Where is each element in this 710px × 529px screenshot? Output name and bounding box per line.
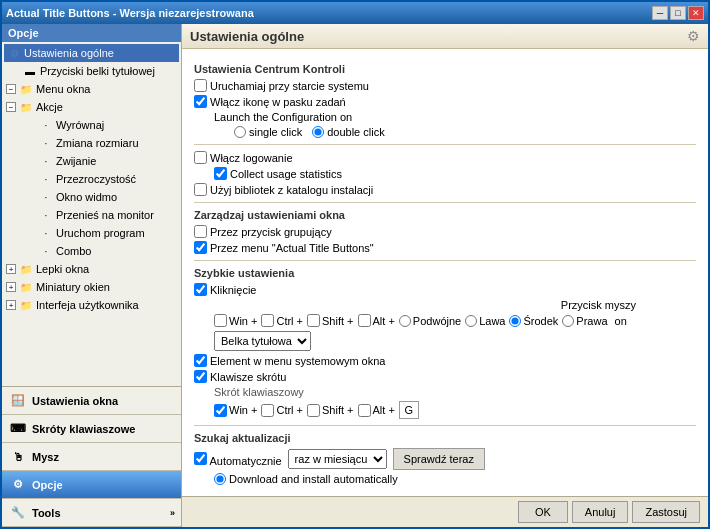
anuluj-button[interactable]: Anuluj <box>572 501 629 523</box>
ctrl-mouse-label[interactable]: Ctrl + <box>261 314 303 327</box>
shift-mouse-checkbox[interactable] <box>307 314 320 327</box>
przez-menu-checkbox[interactable] <box>194 241 207 254</box>
alt-key-checkbox[interactable] <box>358 404 371 417</box>
collect-usage-label[interactable]: Collect usage statistics <box>214 167 342 180</box>
ok-button[interactable]: OK <box>518 501 568 523</box>
nav-item-opcje[interactable]: ⚙ Opcje <box>2 471 181 499</box>
uruchamiaj-label[interactable]: Uruchamiaj przy starcie systemu <box>194 79 369 92</box>
ctrl-key-checkbox[interactable] <box>261 404 274 417</box>
single-click-radio[interactable] <box>234 126 246 138</box>
nav-item-ustawienia-okna[interactable]: 🪟 Ustawienia okna <box>2 387 181 415</box>
tree-item-label: Okno widmo <box>56 191 117 203</box>
prawa-label[interactable]: Prawa <box>562 315 607 327</box>
klikniecie-checkbox[interactable] <box>194 283 207 296</box>
expand-icon[interactable]: + <box>6 264 16 274</box>
nav-item-mysz[interactable]: 🖱 Mysz <box>2 443 181 471</box>
podwojne-label[interactable]: Podwójne <box>399 315 461 327</box>
tree-item-okno-widmo[interactable]: · Okno widmo <box>36 188 179 206</box>
maximize-button[interactable]: □ <box>670 6 686 20</box>
shift-key-checkbox[interactable] <box>307 404 320 417</box>
alt-mouse-checkbox[interactable] <box>358 314 371 327</box>
tree-item-przenos-monitor[interactable]: · Przenieś na monitor <box>36 206 179 224</box>
tree-item-lepki-okna[interactable]: + 📁 Lepki okna <box>4 260 179 278</box>
lawa-label[interactable]: Lawa <box>465 315 505 327</box>
alt-key-label[interactable]: Alt + <box>358 404 395 417</box>
tree-item-wyrownaj[interactable]: · Wyrównaj <box>36 116 179 134</box>
tree-item-przezroczystosc[interactable]: · Przezroczystość <box>36 170 179 188</box>
nav-item-skroty[interactable]: ⌨ Skróty klawiaszowe <box>2 415 181 443</box>
win-key-checkbox[interactable] <box>214 404 227 417</box>
win-mouse-label[interactable]: Win + <box>214 314 257 327</box>
close-button[interactable]: ✕ <box>688 6 704 20</box>
wlacz-logowanie-label[interactable]: Włącz logowanie <box>194 151 293 164</box>
wlacz-logowanie-checkbox[interactable] <box>194 151 207 164</box>
expand-icon[interactable]: − <box>6 102 16 112</box>
tree-item-przyciski-belki[interactable]: ▬ Przyciski belki tytułowej <box>20 62 179 80</box>
minimize-button[interactable]: ─ <box>652 6 668 20</box>
nav-item-tools[interactable]: 🔧 Tools » <box>2 499 181 527</box>
uruchamiaj-checkbox[interactable] <box>194 79 207 92</box>
klawisze-skrotu-label[interactable]: Klawisze skrótu <box>194 370 286 383</box>
nav-item-label: Opcje <box>32 479 63 491</box>
tree-item-combo[interactable]: · Combo <box>36 242 179 260</box>
tree-item-uruchom-program[interactable]: · Uruchom program <box>36 224 179 242</box>
tree-item-ustawienia-ogolne[interactable]: ⚙ Ustawienia ogólne <box>4 44 179 62</box>
ctrl-mouse-checkbox[interactable] <box>261 314 274 327</box>
tree-item-menu-okna[interactable]: − 📁 Menu okna <box>4 80 179 98</box>
tree-item-akcje[interactable]: − 📁 Akcje <box>4 98 179 116</box>
belka-select[interactable]: Belka tytułowa Ikona okna Pasek zadań <box>214 331 311 351</box>
automatycznie-label[interactable]: Automatycznie <box>194 452 282 467</box>
win-mouse-checkbox[interactable] <box>214 314 227 327</box>
klikniecie-label[interactable]: Kliknięcie <box>194 283 256 296</box>
tree-item-label: Przenieś na monitor <box>56 209 154 221</box>
ctrl-key-label[interactable]: Ctrl + <box>261 404 303 417</box>
lawa-radio[interactable] <box>465 315 477 327</box>
expand-icon[interactable]: + <box>6 300 16 310</box>
srodek-label[interactable]: Środek <box>509 315 558 327</box>
freq-select[interactable]: raz w miesiącu co tydzień co dzień <box>288 449 387 469</box>
podwojne-radio[interactable] <box>399 315 411 327</box>
item-icon: · <box>38 225 54 241</box>
right-panel-title: Ustawienia ogólne <box>190 29 304 44</box>
collect-usage-row: Collect usage statistics <box>214 167 696 180</box>
element-menu-label[interactable]: Element w menu systemowym okna <box>194 354 385 367</box>
double-click-radio[interactable] <box>312 126 324 138</box>
key-input[interactable] <box>399 401 419 419</box>
folder-icon: 📁 <box>18 261 34 277</box>
shift-mouse-label[interactable]: Shift + <box>307 314 354 327</box>
przez-przycisk-checkbox[interactable] <box>194 225 207 238</box>
automatycznie-checkbox[interactable] <box>194 452 207 465</box>
przez-menu-label[interactable]: Przez menu "Actual Title Buttons" <box>194 241 374 254</box>
shift-key-label[interactable]: Shift + <box>307 404 354 417</box>
single-click-label[interactable]: single click <box>234 126 302 138</box>
main-window: Actual Title Buttons - Wersja niezarejes… <box>0 0 710 529</box>
download-radio[interactable] <box>214 473 226 485</box>
klawisze-skrotu-checkbox[interactable] <box>194 370 207 383</box>
launch-label: Launch the Configuration on <box>214 111 352 123</box>
prawa-radio[interactable] <box>562 315 574 327</box>
tree-item-zmiana-rozmiaru[interactable]: · Zmiana rozmiaru <box>36 134 179 152</box>
przez-przycisk-label[interactable]: Przez przycisk grupujący <box>194 225 332 238</box>
uzyj-bibliotek-label[interactable]: Użyj bibliotek z katalogu instalacji <box>194 183 373 196</box>
left-panel-header: Opcje <box>2 24 181 42</box>
tree-item-zwijanie[interactable]: · Zwijanie <box>36 152 179 170</box>
win-key-label[interactable]: Win + <box>214 404 257 417</box>
alt-mouse-label[interactable]: Alt + <box>358 314 395 327</box>
double-click-label[interactable]: double click <box>312 126 384 138</box>
centrum-kontroli-label: Ustawienia Centrum Kontroli <box>194 63 696 75</box>
download-label[interactable]: Download and install automatically <box>214 473 398 485</box>
tree-item-interfejs[interactable]: + 📁 Interfeja użytkownika <box>4 296 179 314</box>
expand-icon[interactable]: + <box>6 282 16 292</box>
collect-usage-checkbox[interactable] <box>214 167 227 180</box>
wlacz-ikone-checkbox[interactable] <box>194 95 207 108</box>
uzyj-bibliotek-checkbox[interactable] <box>194 183 207 196</box>
expand-icon[interactable]: − <box>6 84 16 94</box>
element-menu-checkbox[interactable] <box>194 354 207 367</box>
tree-item-miniatury[interactable]: + 📁 Miniatury okien <box>4 278 179 296</box>
srodek-radio[interactable] <box>509 315 521 327</box>
tree-item-label: Ustawienia ogólne <box>24 47 114 59</box>
wlacz-ikone-label[interactable]: Włącz ikonę w pasku zadań <box>194 95 346 108</box>
sprawdz-button[interactable]: Sprawdź teraz <box>393 448 485 470</box>
zastosuj-button[interactable]: Zastosuj <box>632 501 700 523</box>
element-menu-row: Element w menu systemowym okna <box>194 354 696 367</box>
